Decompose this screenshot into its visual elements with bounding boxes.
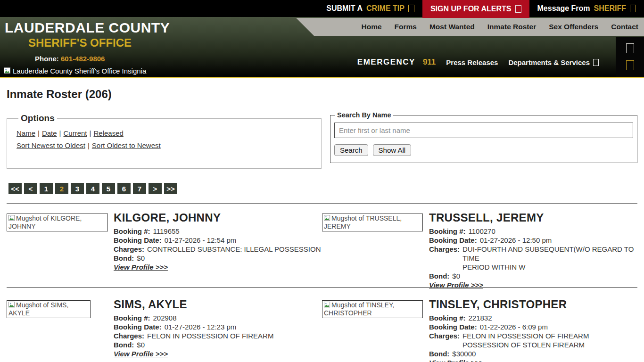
filter-date-link[interactable]: Date bbox=[42, 129, 57, 137]
inmate-details: KILGORE, JOHNNY Booking #:1119655 Bookin… bbox=[114, 211, 321, 272]
agency-brand: LAUDERDALE COUNTY SHERIFF'S OFFICE Phone… bbox=[5, 20, 170, 63]
view-profile-link[interactable]: View Profile >>> bbox=[429, 358, 483, 362]
separator: | bbox=[35, 129, 42, 137]
pagination: << < 1 2 3 4 5 6 7 > >> bbox=[8, 183, 177, 194]
filter-links-row: Name|Date|Current|Released bbox=[17, 129, 312, 137]
page-5-button[interactable]: 5 bbox=[102, 183, 115, 194]
mugshot-placeholder[interactable]: Mugshot of KILGORE, JOHNNY bbox=[7, 214, 108, 231]
sheriff-placeholder-icon bbox=[630, 5, 636, 12]
charges-value: FELON IN POSSESSION OF FIREARMPOSSESSION… bbox=[462, 331, 589, 349]
broken-image-icon bbox=[4, 67, 11, 74]
view-profile-link[interactable]: View Profile >>> bbox=[429, 280, 483, 289]
mugshot-column: Mugshot of TRUSSELL, JEREMY bbox=[322, 211, 429, 231]
phone-line: Phone: 601-482-9806 bbox=[35, 55, 170, 63]
filter-released-link[interactable]: Released bbox=[93, 129, 123, 137]
press-releases-link[interactable]: Press Releases bbox=[446, 58, 498, 66]
mugshot-placeholder[interactable]: Mugshot of SIMS, AKYLE bbox=[7, 300, 91, 318]
charges-label: Charges: bbox=[429, 331, 460, 349]
inmate-details: SIMS, AKYLE Booking #:202908 Booking Dat… bbox=[114, 298, 273, 358]
phone-label: Phone: bbox=[35, 55, 59, 63]
search-button[interactable]: Search bbox=[334, 144, 368, 156]
submit-crime-tip-link[interactable]: SUBMIT A CRIME TIP bbox=[318, 0, 422, 17]
page-first-button[interactable]: << bbox=[8, 183, 22, 194]
booking-date-value: 01-22-2026 - 6:09 pm bbox=[480, 322, 548, 331]
phone-number: 601-482-9806 bbox=[61, 55, 105, 63]
separator: | bbox=[85, 141, 92, 149]
bond-value: $0 bbox=[452, 272, 460, 280]
broken-image-icon bbox=[8, 215, 15, 222]
nav-most-wanted[interactable]: Most Wanted bbox=[429, 23, 475, 31]
search-panel: Search By Name Search Show All bbox=[330, 111, 637, 163]
broken-image-icon bbox=[324, 302, 330, 308]
alerts-placeholder-icon bbox=[515, 5, 521, 13]
inmate-card: Mugshot of KILGORE, JOHNNY KILGORE, JOHN… bbox=[7, 211, 321, 272]
booking-date-label: Booking Date: bbox=[429, 322, 477, 331]
social-icons-panel bbox=[616, 37, 644, 77]
booking-date-label: Booking Date: bbox=[429, 236, 477, 245]
mugshot-placeholder[interactable]: Mugshot of TINSLEY, CHRISTOPHER bbox=[322, 300, 423, 318]
sign-up-for-alerts-label: SIGN UP FOR ALERTS bbox=[430, 5, 512, 13]
crime-tip-placeholder-icon bbox=[408, 5, 414, 12]
page-2-button-current[interactable]: 2 bbox=[55, 183, 68, 194]
sort-links-row: Sort Newest to Oldest|Sort Oldest to New… bbox=[17, 141, 312, 149]
filter-name-link[interactable]: Name bbox=[17, 129, 35, 137]
message-from-accent: SHERIFF bbox=[594, 4, 626, 13]
booking-number-value: 202908 bbox=[153, 313, 177, 322]
search-legend: Search By Name bbox=[335, 111, 393, 119]
message-from-sheriff-link[interactable]: Message From SHERIFF bbox=[529, 0, 644, 17]
booking-number-label: Booking #: bbox=[429, 313, 466, 322]
mugshot-placeholder[interactable]: Mugshot of TRUSSELL, JEREMY bbox=[322, 214, 423, 231]
options-legend: Options bbox=[18, 113, 57, 123]
page-next-button[interactable]: > bbox=[149, 183, 162, 194]
charges-label: Charges: bbox=[114, 331, 144, 340]
booking-number-label: Booking #: bbox=[114, 227, 150, 236]
view-profile-link[interactable]: View Profile >>> bbox=[114, 349, 168, 358]
departments-services-link[interactable]: Departments & Services bbox=[508, 58, 599, 66]
nav-sex-offenders[interactable]: Sex Offenders bbox=[549, 23, 598, 31]
bond-label: Bond: bbox=[114, 340, 134, 349]
charges-value: DUI-FOURTH AND SUBSEQUENT(W/O REGARD TO … bbox=[462, 245, 644, 272]
page-3-button[interactable]: 3 bbox=[71, 183, 84, 194]
bond-value: $30000 bbox=[452, 349, 476, 358]
social-placeholder-icon-1[interactable] bbox=[626, 43, 634, 53]
nav-home[interactable]: Home bbox=[361, 23, 381, 31]
nav-forms[interactable]: Forms bbox=[395, 23, 417, 31]
social-placeholder-icon-2[interactable] bbox=[626, 60, 634, 70]
nav-inmate-roster[interactable]: Inmate Roster bbox=[487, 23, 536, 31]
mugshot-alt-text: Mugshot of TRUSSELL, bbox=[331, 214, 402, 222]
inmate-card: Mugshot of SIMS, AKYLE SIMS, AKYLE Booki… bbox=[7, 298, 273, 358]
page-4-button[interactable]: 4 bbox=[86, 183, 99, 194]
page-last-button[interactable]: >> bbox=[164, 183, 177, 194]
departments-placeholder-icon bbox=[593, 59, 599, 66]
inmate-card: Mugshot of TRUSSELL, JEREMY TRUSSELL, JE… bbox=[322, 211, 644, 289]
site-header: Home Forms Most Wanted Inmate Roster Sex… bbox=[0, 17, 644, 78]
inmate-name: KILGORE, JOHNNY bbox=[114, 211, 321, 224]
search-input[interactable] bbox=[334, 123, 633, 138]
page-6-button[interactable]: 6 bbox=[117, 183, 131, 194]
page-prev-button[interactable]: < bbox=[24, 183, 37, 194]
emergency-label: EMERGENCY bbox=[357, 58, 415, 67]
sort-newest-link[interactable]: Sort Newest to Oldest bbox=[17, 141, 85, 149]
page-1-button[interactable]: 1 bbox=[40, 183, 53, 194]
emergency-number: 911 bbox=[423, 58, 436, 67]
main-navigation: Home Forms Most Wanted Inmate Roster Sex… bbox=[283, 18, 644, 36]
mugshot-alt-text-line2: JEREMY bbox=[324, 222, 421, 230]
page-7-button[interactable]: 7 bbox=[133, 183, 146, 194]
mugshot-alt-text-line2: CHRISTOPHER bbox=[324, 309, 421, 317]
filter-current-link[interactable]: Current bbox=[64, 129, 87, 137]
booking-number-value: 1119655 bbox=[153, 227, 180, 236]
nav-contact[interactable]: Contact bbox=[611, 23, 638, 31]
view-profile-link[interactable]: View Profile >>> bbox=[114, 263, 168, 272]
booking-number-value: 1100270 bbox=[469, 227, 495, 236]
charge-line: PERIOD WITHIN W bbox=[462, 263, 644, 272]
charges-label: Charges: bbox=[114, 245, 144, 254]
sign-up-for-alerts-button[interactable]: SIGN UP FOR ALERTS bbox=[422, 0, 529, 18]
sort-oldest-link[interactable]: Sort Oldest to Newest bbox=[92, 141, 161, 149]
separator: | bbox=[87, 129, 94, 137]
county-name: LAUDERDALE COUNTY bbox=[5, 20, 170, 36]
show-all-button[interactable]: Show All bbox=[373, 144, 412, 156]
inmate-details: TINSLEY, CHRISTOPHER Booking #:221832 Bo… bbox=[429, 298, 589, 362]
charges-label: Charges: bbox=[429, 245, 460, 272]
booking-date-value: 01-27-2026 - 12:54 pm bbox=[165, 236, 237, 245]
message-from-prefix: Message From bbox=[537, 4, 590, 13]
